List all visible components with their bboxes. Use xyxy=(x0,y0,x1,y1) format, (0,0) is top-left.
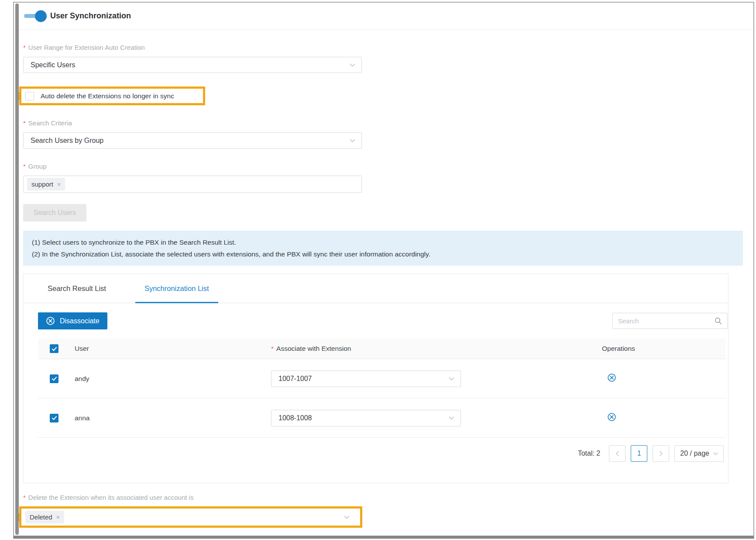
table-header-row: User *Associate with Extension Operation… xyxy=(38,339,725,359)
circle-cross-icon xyxy=(46,316,55,325)
group-tag-text: support xyxy=(31,180,53,188)
chevron-down-icon xyxy=(449,416,454,420)
left-scrollbar[interactable] xyxy=(15,3,19,535)
page-header: User Synchronization xyxy=(19,3,753,30)
delete-when-highlight: b Deleted × xyxy=(19,506,362,528)
row-checkbox[interactable] xyxy=(50,374,58,383)
user-range-value: Specific Users xyxy=(31,61,75,69)
pagination: Total: 2 1 20 / page xyxy=(24,445,724,483)
group-tag-input[interactable]: support × xyxy=(23,176,362,193)
remove-tag-icon[interactable]: × xyxy=(57,181,61,188)
auto-delete-highlight: a Auto delete the Extensions no longer i… xyxy=(19,87,205,105)
delete-when-label: *Delete the Extension when its associate… xyxy=(23,494,753,501)
group-tag: support × xyxy=(27,178,65,190)
column-header-user: User xyxy=(64,345,262,353)
extension-value: 1007-1007 xyxy=(278,375,312,383)
total-count: Total: 2 xyxy=(578,450,601,457)
group-label: *Group xyxy=(23,163,753,170)
select-all-checkbox[interactable] xyxy=(50,344,58,353)
info-banner: (1) Select users to synchronize to the P… xyxy=(23,231,743,266)
delete-when-select[interactable]: Deleted × xyxy=(23,509,354,526)
disassociate-button[interactable]: Disassociate xyxy=(38,312,107,329)
page-number-button[interactable]: 1 xyxy=(631,445,647,462)
annotation-badge-b: b xyxy=(19,509,20,526)
chevron-down-icon xyxy=(350,63,355,67)
search-criteria-label: *Search Criteria xyxy=(23,119,753,127)
column-header-operations: Operations xyxy=(593,345,725,353)
disassociate-row-icon[interactable] xyxy=(607,373,616,382)
search-users-button[interactable]: Search Users xyxy=(23,204,86,222)
column-header-extension: *Associate with Extension xyxy=(262,345,593,353)
form-area: *User Range for Extension Auto Creation … xyxy=(19,44,753,528)
disassociate-row-icon[interactable] xyxy=(607,412,616,422)
info-line-2: (2) In the Synchronization List, associa… xyxy=(32,248,734,260)
user-name: andy xyxy=(64,375,262,383)
sync-table: User *Associate with Extension Operation… xyxy=(38,339,725,438)
page-size-select[interactable]: 20 / page xyxy=(674,445,724,462)
search-criteria-select[interactable]: Search Users by Group xyxy=(23,132,362,149)
extension-select[interactable]: 1008-1008 xyxy=(271,410,461,426)
window-frame: User Synchronization *User Range for Ext… xyxy=(13,2,754,539)
required-asterisk: * xyxy=(23,44,26,51)
sync-card: Search Result List Synchronization List … xyxy=(23,273,729,483)
user-synchronization-page: User Synchronization *User Range for Ext… xyxy=(0,0,756,540)
table-row: andy 1007-1007 xyxy=(38,359,725,398)
extension-value: 1008-1008 xyxy=(278,414,312,422)
search-input[interactable] xyxy=(618,317,715,325)
annotation-badge-a: a xyxy=(19,88,20,104)
tab-synchronization-list[interactable]: Synchronization List xyxy=(135,274,218,303)
user-range-select[interactable]: Specific Users xyxy=(23,57,362,73)
extension-select[interactable]: 1007-1007 xyxy=(271,370,461,387)
auto-delete-checkbox[interactable] xyxy=(25,92,34,100)
chevron-down-icon xyxy=(449,377,454,381)
chevron-down-icon xyxy=(350,139,355,142)
page-title: User Synchronization xyxy=(50,11,131,21)
user-range-label: *User Range for Extension Auto Creation xyxy=(23,44,753,51)
auto-delete-label: Auto delete the Extensions no longer in … xyxy=(41,92,174,100)
toggle-knob-icon xyxy=(35,10,47,22)
page-size-value: 20 / page xyxy=(680,450,709,457)
user-name: anna xyxy=(64,414,262,422)
chevron-down-icon xyxy=(344,516,350,519)
page-content: User Synchronization *User Range for Ext… xyxy=(19,3,753,536)
tab-search-result-list[interactable]: Search Result List xyxy=(38,274,115,303)
tab-bar: Search Result List Synchronization List xyxy=(24,274,728,303)
next-page-button[interactable] xyxy=(653,445,669,462)
required-asterisk: * xyxy=(271,345,274,352)
required-asterisk: * xyxy=(23,494,26,501)
disassociate-label: Disassociate xyxy=(60,317,100,325)
row-checkbox[interactable] xyxy=(50,414,58,422)
magnifier-icon[interactable] xyxy=(715,317,722,325)
required-asterisk: * xyxy=(23,163,26,170)
user-sync-toggle[interactable] xyxy=(24,14,44,18)
info-line-1: (1) Select users to synchronize to the P… xyxy=(32,236,734,248)
search-criteria-value: Search Users by Group xyxy=(31,137,103,145)
delete-when-tag: Deleted × xyxy=(25,511,64,523)
delete-when-tag-text: Deleted xyxy=(30,513,52,521)
remove-tag-icon[interactable]: × xyxy=(56,514,60,521)
chevron-down-icon xyxy=(713,452,718,455)
required-asterisk: * xyxy=(23,119,26,127)
table-search xyxy=(612,313,728,329)
table-row: anna 1008-1008 xyxy=(38,398,725,438)
table-toolbar: Disassociate xyxy=(24,303,728,339)
prev-page-button[interactable] xyxy=(609,445,625,462)
